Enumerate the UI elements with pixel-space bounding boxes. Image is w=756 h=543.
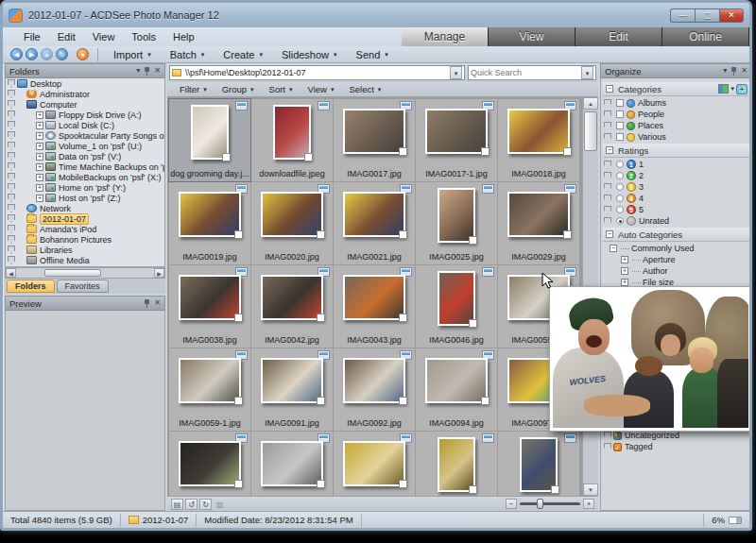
expand-toggle-icon[interactable]: + [621, 256, 628, 263]
select-view-button[interactable]: ▤ [171, 499, 183, 510]
add-category-icon[interactable]: + [736, 84, 747, 94]
close-button[interactable]: ✕ [719, 8, 744, 23]
zoom-slider-thumb[interactable] [537, 499, 543, 509]
collapse-toggle-icon[interactable]: − [606, 230, 613, 238]
thumbnail-cell[interactable]: downloadfile.jpeg [251, 99, 333, 181]
folder-row-offline-media[interactable]: Offline Media [6, 255, 164, 265]
rating-row-3[interactable]: 33 [601, 181, 751, 193]
thumbnail-checkbox[interactable] [317, 480, 325, 488]
zoom-in-button[interactable]: + [583, 499, 594, 509]
thumbnail-checkbox[interactable] [563, 230, 572, 239]
folder-row-spooktacular-party-songs-on-psf-[interactable]: +Spooktacular Party Songs on 'psf' [6, 130, 164, 141]
preview-panel-header[interactable]: Preview ✕ [5, 296, 165, 311]
thumbnail-photo[interactable] [520, 437, 558, 492]
folder-row-data-on-psf-v-[interactable]: +Data on 'psf' (V:) [6, 151, 164, 161]
pin-icon[interactable] [144, 299, 150, 308]
rating-row-2[interactable]: 22 [601, 170, 751, 181]
category-row-people[interactable]: People [601, 109, 751, 120]
thumbnail-checkbox[interactable] [234, 230, 243, 239]
collapse-toggle-icon[interactable]: − [606, 146, 613, 154]
refresh-button[interactable]: ↻ [56, 48, 68, 60]
send-button[interactable]: Send▾ [347, 48, 398, 61]
thumbnail-photo[interactable] [507, 109, 570, 154]
folder-row-bohannon-pictures[interactable]: Bohannon Pictures [6, 234, 164, 245]
tab-favorites[interactable]: Favorites [57, 280, 109, 293]
folder-row-amanda-s-ipod[interactable]: Amanda's iPod [6, 224, 164, 234]
menu-view[interactable]: View [85, 29, 123, 44]
tab-manage[interactable]: Manage [402, 27, 489, 46]
expand-toggle-icon[interactable]: − [610, 245, 617, 252]
close-panel-icon[interactable]: ✕ [741, 67, 747, 75]
tab-folders[interactable]: Folders [7, 280, 55, 293]
close-panel-icon[interactable]: ✕ [154, 67, 161, 75]
thumbnail-photo[interactable] [438, 188, 475, 243]
thumbnail-checkbox[interactable] [481, 397, 490, 405]
ratings-section-header[interactable]: −Ratings [603, 144, 749, 158]
folder-row-time-machine-backups-on-psf-w[interactable]: +Time Machine Backups on 'psf' (W [6, 161, 164, 172]
thumbnail-cell[interactable]: IMAG0094.jpg [416, 348, 497, 431]
expand-toggle-icon[interactable]: + [621, 267, 628, 275]
shortcut-button[interactable]: ● [77, 48, 89, 60]
thumbnail-photo[interactable] [507, 192, 570, 237]
folder-row-network[interactable]: Network [6, 203, 164, 213]
thumbnail-photo[interactable] [438, 437, 475, 492]
thumbnail-checkbox[interactable] [481, 147, 490, 156]
thumbnail-photo[interactable] [425, 109, 488, 154]
thumbnail-photo[interactable] [425, 358, 488, 403]
thumbnail-photo[interactable] [343, 358, 405, 403]
thumbnail-checkbox[interactable] [317, 314, 325, 322]
thumbnail-cell[interactable] [498, 432, 579, 496]
thumbnail-cell[interactable]: IMAG0059-1.jpg [169, 348, 250, 431]
folder-row-administrator[interactable]: Administrator [6, 89, 164, 99]
thumbnail-photo[interactable] [191, 105, 229, 160]
thumbnail-photo[interactable] [179, 275, 241, 320]
category-row-places[interactable]: Places [601, 120, 751, 131]
category-checkbox[interactable] [616, 133, 624, 141]
folder-row-desktop[interactable]: Desktop [6, 78, 164, 89]
thumbnail-photo[interactable] [179, 192, 241, 237]
menu-tools[interactable]: Tools [124, 29, 163, 44]
minimize-button[interactable]: — [670, 8, 695, 23]
thumbnail-photo[interactable] [343, 441, 405, 486]
folder-row-host-on-psf-z-[interactable]: +Host on 'psf' (Z:) [6, 193, 164, 203]
expand-toggle-icon[interactable]: + [36, 143, 43, 150]
thumbnail-checkbox[interactable] [469, 236, 477, 245]
thumbnail-photo[interactable] [261, 275, 323, 320]
rotate-right-button[interactable]: ↻ [199, 499, 212, 510]
expand-toggle-icon[interactable]: + [36, 132, 43, 140]
rating-row-unrated[interactable]: Unrated [601, 215, 751, 227]
category-checkbox[interactable] [616, 110, 624, 118]
zoom-out-button[interactable]: − [506, 499, 517, 509]
thumbnail-checkbox[interactable] [399, 230, 407, 239]
scroll-right-icon[interactable]: ▶ [154, 268, 164, 278]
up-button[interactable]: ▲ [41, 48, 53, 60]
sort-menu-button[interactable]: Sort▾ [263, 83, 300, 95]
thumbnail-checkbox[interactable] [563, 147, 572, 156]
email-button[interactable]: ▥ [214, 499, 226, 510]
select-menu-button[interactable]: Select▾ [342, 83, 387, 95]
thumbnail-cell[interactable] [334, 432, 415, 496]
rating-radio[interactable] [616, 172, 624, 179]
panel-dropdown-icon[interactable]: ▾ [136, 67, 140, 75]
zoom-slider[interactable] [520, 502, 580, 505]
folders-hscrollbar[interactable]: ◀ ▶ [5, 267, 165, 279]
tab-online[interactable]: Online [662, 27, 749, 46]
expand-toggle-icon[interactable]: + [36, 153, 43, 161]
menu-help[interactable]: Help [165, 29, 202, 44]
thumbnail-cell[interactable]: IMAG0046.jpg [416, 265, 497, 348]
thumbnail-checkbox[interactable] [551, 485, 559, 494]
scroll-down-icon[interactable]: ▼ [583, 484, 598, 496]
group-menu-button[interactable]: Group▾ [215, 83, 261, 95]
categories-section-header[interactable]: −Categories▾+ [603, 82, 749, 96]
filter-menu-button[interactable]: Filter▾ [173, 83, 214, 95]
rating-radio[interactable] [616, 183, 624, 191]
folder-row-2012-01-07[interactable]: 2012-01-07 [6, 213, 164, 224]
menu-file[interactable]: File [16, 29, 48, 44]
expand-toggle-icon[interactable]: + [36, 122, 43, 129]
hscroll-thumb[interactable] [44, 269, 101, 277]
thumbnail-checkbox[interactable] [399, 314, 407, 322]
organize-panel-header[interactable]: Organize ▾ ✕ [600, 63, 752, 78]
auto-category-row-author[interactable]: +Author [601, 265, 751, 277]
thumbnail-cell[interactable]: IMAG0091.jpg [251, 348, 333, 431]
folder-row-floppy-disk-drive-a-[interactable]: +Floppy Disk Drive (A:) [6, 110, 164, 120]
